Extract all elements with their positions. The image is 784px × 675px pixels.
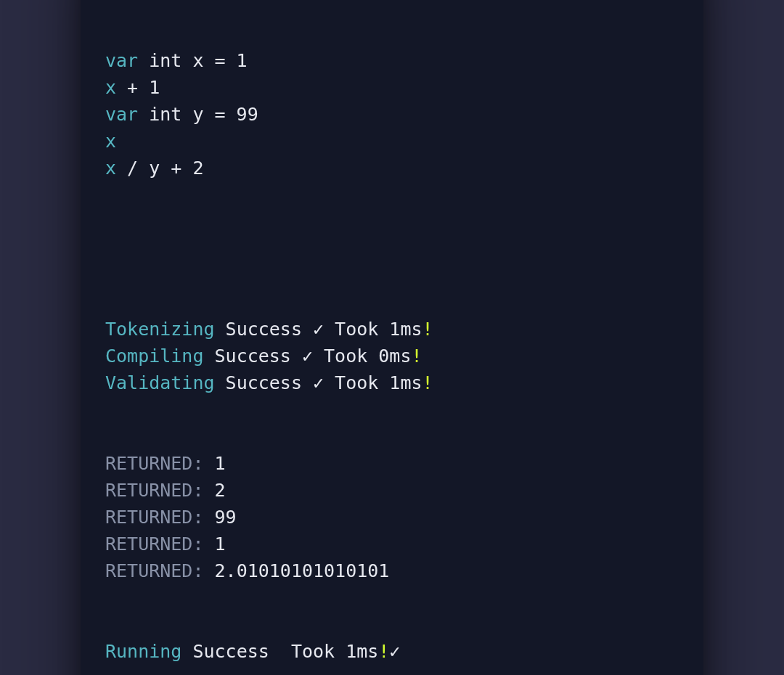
code-token: / y + 2 (116, 158, 203, 179)
bang-icon: ! (378, 641, 389, 662)
stage-status: Success ✓ Took 1ms (226, 319, 422, 340)
returned-values-block: RETURNED: 1RETURNED: 2RETURNED: 99RETURN… (105, 450, 679, 584)
stage-status: Success ✓ Took 1ms (226, 372, 422, 393)
blank-line (105, 235, 679, 262)
code-token: x (105, 158, 116, 179)
code-token: int y = 99 (138, 104, 258, 125)
stage-line: Compiling Success ✓ Took 0ms! (105, 343, 679, 369)
code-token: var (105, 104, 138, 125)
code-token: x (105, 131, 116, 152)
returned-line: RETURNED: 99 (105, 504, 679, 531)
bang-icon: ! (422, 319, 433, 340)
returned-label: RETURNED: (105, 560, 203, 581)
terminal-content: var int x = 1x + 1var int y = 99xx / y +… (105, 0, 679, 675)
stage-name: Tokenizing (105, 319, 215, 340)
code-token: int x = 1 (138, 50, 248, 71)
returned-line: RETURNED: 2 (105, 477, 679, 504)
bang-icon: ! (411, 345, 422, 367)
stage-name: Validating (105, 372, 215, 393)
returned-label: RETURNED: (105, 533, 203, 555)
stage-name: Running (105, 641, 181, 662)
returned-line: RETURNED: 1 (105, 450, 679, 477)
stage-line: Tokenizing Success ✓ Took 1ms! (105, 316, 679, 343)
returned-value: 2.01010101010101 (215, 560, 390, 581)
stage-name: Compiling (105, 345, 203, 367)
code-line: var int y = 99 (105, 101, 679, 128)
stage-line: Validating Success ✓ Took 1ms! (105, 369, 679, 396)
code-line: x + 1 (105, 74, 679, 101)
check-icon: ✓ (389, 641, 400, 662)
code-line: x (105, 128, 679, 155)
returned-label: RETURNED: (105, 480, 203, 501)
code-token: var (105, 50, 138, 71)
code-token: + 1 (116, 77, 160, 98)
code-line: var int x = 1 (105, 47, 679, 74)
running-stage-line: Running Success Took 1ms!✓ (105, 638, 679, 665)
returned-line: RETURNED: 2.01010101010101 (105, 557, 679, 584)
bang-icon: ! (422, 372, 433, 393)
compile-stages-block: Tokenizing Success ✓ Took 1ms!Compiling … (105, 316, 679, 396)
returned-value: 2 (215, 480, 226, 501)
returned-value: 1 (215, 533, 226, 555)
stage-status: Success Took 1ms (192, 641, 378, 662)
returned-label: RETURNED: (105, 453, 203, 474)
terminal-window: var int x = 1x + 1var int y = 99xx / y +… (81, 0, 703, 675)
code-line: x / y + 2 (105, 155, 679, 181)
returned-value: 1 (215, 453, 226, 474)
stage-status: Success ✓ Took 0ms (215, 345, 412, 367)
returned-value: 99 (215, 507, 237, 528)
code-token: x (105, 77, 116, 98)
source-code-block: var int x = 1x + 1var int y = 99xx / y +… (105, 47, 679, 181)
returned-line: RETURNED: 1 (105, 531, 679, 557)
returned-label: RETURNED: (105, 507, 203, 528)
